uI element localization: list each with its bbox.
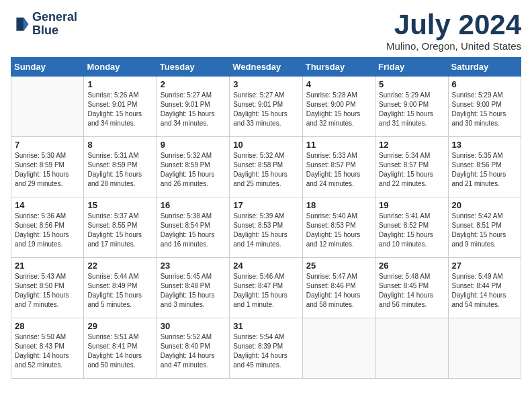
calendar-cell: 21Sunrise: 5:43 AM Sunset: 8:50 PM Dayli… (11, 258, 84, 318)
day-number: 8 (87, 140, 152, 150)
day-info: Sunrise: 5:33 AM Sunset: 8:57 PM Dayligh… (306, 151, 371, 189)
day-info: Sunrise: 5:40 AM Sunset: 8:53 PM Dayligh… (306, 212, 371, 249)
header-thursday: Thursday (302, 58, 375, 77)
day-info: Sunrise: 5:29 AM Sunset: 9:00 PM Dayligh… (379, 91, 444, 128)
day-number: 10 (233, 140, 298, 150)
day-number: 27 (452, 261, 517, 271)
day-info: Sunrise: 5:32 AM Sunset: 8:58 PM Dayligh… (233, 151, 298, 189)
day-info: Sunrise: 5:48 AM Sunset: 8:45 PM Dayligh… (379, 272, 444, 310)
day-number: 30 (161, 321, 226, 331)
calendar-cell: 13Sunrise: 5:35 AM Sunset: 8:56 PM Dayli… (448, 137, 521, 197)
day-number: 15 (87, 200, 152, 210)
day-info: Sunrise: 5:34 AM Sunset: 8:57 PM Dayligh… (379, 151, 444, 189)
calendar-cell: 8Sunrise: 5:31 AM Sunset: 8:59 PM Daylig… (84, 137, 157, 197)
calendar-cell: 16Sunrise: 5:38 AM Sunset: 8:54 PM Dayli… (157, 197, 229, 258)
day-number: 19 (379, 200, 444, 210)
calendar-cell: 5Sunrise: 5:29 AM Sunset: 9:00 PM Daylig… (375, 77, 448, 137)
logo-icon (11, 15, 30, 34)
day-info: Sunrise: 5:29 AM Sunset: 9:00 PM Dayligh… (452, 91, 517, 128)
week-row-5: 28Sunrise: 5:50 AM Sunset: 8:43 PM Dayli… (11, 318, 521, 379)
day-info: Sunrise: 5:37 AM Sunset: 8:55 PM Dayligh… (87, 212, 152, 249)
logo-text: General Blue (32, 11, 77, 38)
calendar-cell: 6Sunrise: 5:29 AM Sunset: 9:00 PM Daylig… (448, 77, 521, 137)
day-info: Sunrise: 5:47 AM Sunset: 8:46 PM Dayligh… (306, 272, 371, 310)
day-number: 28 (15, 321, 80, 331)
day-info: Sunrise: 5:45 AM Sunset: 8:48 PM Dayligh… (161, 272, 226, 310)
calendar-cell: 28Sunrise: 5:50 AM Sunset: 8:43 PM Dayli… (11, 318, 84, 379)
calendar-cell: 27Sunrise: 5:49 AM Sunset: 8:44 PM Dayli… (448, 258, 521, 318)
day-number: 3 (233, 79, 298, 89)
title-block: July 2024 Mulino, Oregon, United States (386, 11, 521, 52)
calendar-cell: 22Sunrise: 5:44 AM Sunset: 8:49 PM Dayli… (84, 258, 157, 318)
day-info: Sunrise: 5:43 AM Sunset: 8:50 PM Dayligh… (15, 272, 80, 310)
day-info: Sunrise: 5:54 AM Sunset: 8:39 PM Dayligh… (233, 332, 298, 370)
day-number: 6 (452, 79, 517, 89)
day-info: Sunrise: 5:36 AM Sunset: 8:56 PM Dayligh… (15, 212, 80, 249)
day-number: 16 (161, 200, 226, 210)
day-info: Sunrise: 5:50 AM Sunset: 8:43 PM Dayligh… (15, 332, 80, 370)
day-number: 9 (161, 140, 226, 150)
header-wednesday: Wednesday (230, 58, 302, 77)
week-row-2: 7Sunrise: 5:30 AM Sunset: 8:59 PM Daylig… (11, 137, 521, 197)
day-number: 11 (306, 140, 371, 150)
calendar-cell: 18Sunrise: 5:40 AM Sunset: 8:53 PM Dayli… (302, 197, 375, 258)
calendar-cell: 7Sunrise: 5:30 AM Sunset: 8:59 PM Daylig… (11, 137, 84, 197)
day-info: Sunrise: 5:27 AM Sunset: 9:01 PM Dayligh… (161, 91, 226, 128)
day-info: Sunrise: 5:49 AM Sunset: 8:44 PM Dayligh… (452, 272, 517, 310)
day-number: 7 (15, 140, 80, 150)
day-number: 1 (87, 79, 152, 89)
day-info: Sunrise: 5:51 AM Sunset: 8:41 PM Dayligh… (87, 332, 152, 370)
day-number: 20 (452, 200, 517, 210)
calendar-cell: 10Sunrise: 5:32 AM Sunset: 8:58 PM Dayli… (230, 137, 302, 197)
day-info: Sunrise: 5:44 AM Sunset: 8:49 PM Dayligh… (87, 272, 152, 310)
calendar-cell: 30Sunrise: 5:52 AM Sunset: 8:40 PM Dayli… (157, 318, 229, 379)
calendar-cell (448, 318, 521, 379)
calendar-cell: 15Sunrise: 5:37 AM Sunset: 8:55 PM Dayli… (84, 197, 157, 258)
calendar-table: SundayMondayTuesdayWednesdayThursdayFrid… (11, 57, 521, 379)
location: Mulino, Oregon, United States (386, 40, 521, 52)
day-info: Sunrise: 5:26 AM Sunset: 9:01 PM Dayligh… (87, 91, 152, 128)
svg-marker-1 (16, 17, 24, 31)
day-number: 22 (87, 261, 152, 271)
day-number: 5 (379, 79, 444, 89)
day-info: Sunrise: 5:30 AM Sunset: 8:59 PM Dayligh… (15, 151, 80, 189)
day-number: 4 (306, 79, 371, 89)
calendar-cell: 14Sunrise: 5:36 AM Sunset: 8:56 PM Dayli… (11, 197, 84, 258)
svg-marker-0 (24, 17, 29, 31)
day-number: 17 (233, 200, 298, 210)
calendar-cell: 12Sunrise: 5:34 AM Sunset: 8:57 PM Dayli… (375, 137, 448, 197)
week-row-1: 1Sunrise: 5:26 AM Sunset: 9:01 PM Daylig… (11, 77, 521, 137)
calendar-cell: 20Sunrise: 5:42 AM Sunset: 8:51 PM Dayli… (448, 197, 521, 258)
calendar-cell (302, 318, 375, 379)
header-sunday: Sunday (11, 58, 84, 77)
week-row-4: 21Sunrise: 5:43 AM Sunset: 8:50 PM Dayli… (11, 258, 521, 318)
day-info: Sunrise: 5:41 AM Sunset: 8:52 PM Dayligh… (379, 212, 444, 249)
day-info: Sunrise: 5:42 AM Sunset: 8:51 PM Dayligh… (452, 212, 517, 249)
day-info: Sunrise: 5:27 AM Sunset: 9:01 PM Dayligh… (233, 91, 298, 128)
calendar-cell: 29Sunrise: 5:51 AM Sunset: 8:41 PM Dayli… (84, 318, 157, 379)
day-number: 31 (233, 321, 298, 331)
day-number: 26 (379, 261, 444, 271)
month-title: July 2024 (386, 11, 521, 39)
header-saturday: Saturday (448, 58, 521, 77)
day-number: 29 (87, 321, 152, 331)
day-info: Sunrise: 5:46 AM Sunset: 8:47 PM Dayligh… (233, 272, 298, 310)
day-info: Sunrise: 5:28 AM Sunset: 9:00 PM Dayligh… (306, 91, 371, 128)
calendar-cell: 1Sunrise: 5:26 AM Sunset: 9:01 PM Daylig… (84, 77, 157, 137)
calendar-cell: 24Sunrise: 5:46 AM Sunset: 8:47 PM Dayli… (230, 258, 302, 318)
day-number: 18 (306, 200, 371, 210)
day-number: 13 (452, 140, 517, 150)
page-header: General Blue July 2024 Mulino, Oregon, U… (11, 11, 521, 52)
calendar-cell: 11Sunrise: 5:33 AM Sunset: 8:57 PM Dayli… (302, 137, 375, 197)
day-number: 14 (15, 200, 80, 210)
calendar-cell: 19Sunrise: 5:41 AM Sunset: 8:52 PM Dayli… (375, 197, 448, 258)
header-monday: Monday (84, 58, 157, 77)
day-info: Sunrise: 5:32 AM Sunset: 8:59 PM Dayligh… (161, 151, 226, 189)
day-info: Sunrise: 5:52 AM Sunset: 8:40 PM Dayligh… (161, 332, 226, 370)
header-row: SundayMondayTuesdayWednesdayThursdayFrid… (11, 58, 521, 77)
calendar-cell: 2Sunrise: 5:27 AM Sunset: 9:01 PM Daylig… (157, 77, 229, 137)
calendar-cell: 17Sunrise: 5:39 AM Sunset: 8:53 PM Dayli… (230, 197, 302, 258)
calendar-cell (375, 318, 448, 379)
calendar-cell: 4Sunrise: 5:28 AM Sunset: 9:00 PM Daylig… (302, 77, 375, 137)
header-friday: Friday (375, 58, 448, 77)
